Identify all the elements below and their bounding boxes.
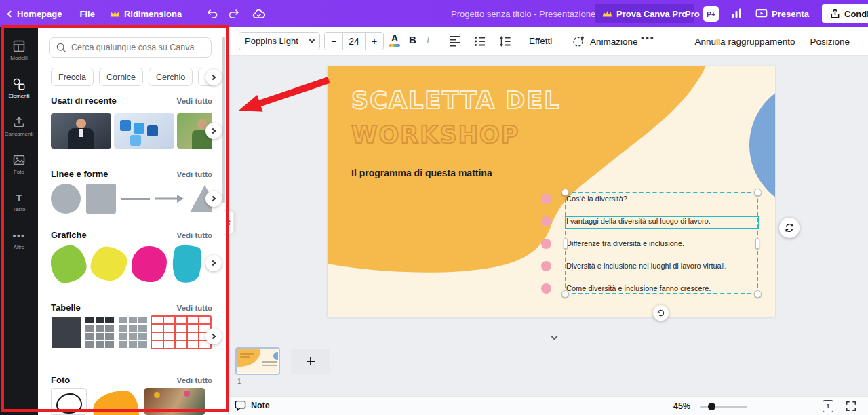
save-status-button[interactable] <box>252 8 266 20</box>
panel-scrollbar[interactable] <box>222 37 225 203</box>
list-item[interactable]: Cos’è la diversità? <box>541 192 627 205</box>
section-recent-header: Usati di recente Vedi tutto <box>51 96 212 106</box>
photos-row <box>51 388 212 415</box>
sidebar-item-altro[interactable]: ••• Altro <box>0 221 38 259</box>
notes-label: Note <box>251 401 270 410</box>
see-all-link[interactable]: Vedi tutto <box>177 231 212 239</box>
table-gray[interactable] <box>117 315 149 349</box>
spacing-button[interactable] <box>498 35 512 48</box>
team-avatar-badge[interactable]: P+ <box>703 6 719 22</box>
recent-thumb-businessman[interactable] <box>51 113 111 149</box>
list-item[interactable]: I vantaggi della diversità sul luogo di … <box>541 214 711 228</box>
graphics-next-button[interactable] <box>205 255 222 271</box>
pro-label[interactable]: Pro <box>685 9 700 19</box>
position-button[interactable]: Posizione <box>810 37 850 47</box>
chip-freccia[interactable]: Freccia <box>51 68 94 86</box>
rotate-handle[interactable] <box>653 305 669 321</box>
list-button[interactable] <box>473 35 487 48</box>
page-count-icon[interactable]: 1 <box>823 400 833 412</box>
undo-button[interactable] <box>206 7 218 20</box>
editor-toolbar: Poppins Light − 24 + A B I Effetti <box>229 27 868 56</box>
bullet-dot <box>541 283 551 294</box>
sidebar-item-elementi[interactable]: Elementi <box>0 69 38 107</box>
cycle-icon <box>784 222 795 233</box>
elements-icon <box>12 77 26 91</box>
add-page-button[interactable] <box>291 349 330 374</box>
search-input[interactable] <box>71 43 205 52</box>
sidebar-item-testo[interactable]: T Testo <box>0 183 38 221</box>
list-item-text: I vantaggi della diversità sul luogo di … <box>566 217 711 225</box>
table-dark[interactable] <box>51 315 82 349</box>
sidebar-item-foto[interactable]: Foto <box>0 145 38 183</box>
sidebar-item-caricamenti[interactable]: Caricamenti <box>0 107 38 145</box>
chip-cerchio[interactable]: Cerchio <box>149 68 193 86</box>
cycle-elements-button[interactable] <box>779 218 800 238</box>
share-button[interactable]: Condividi <box>822 4 868 23</box>
decor <box>262 361 277 363</box>
shape-circle[interactable] <box>51 184 81 214</box>
zoom-slider-knob[interactable] <box>708 403 715 410</box>
ungroup-button[interactable]: Annulla raggruppamento <box>695 37 795 47</box>
list-item[interactable]: Diversità e inclusione nei luoghi di lav… <box>541 259 727 273</box>
text-color-button[interactable]: A <box>389 33 400 47</box>
shapes-next-button[interactable] <box>205 191 222 207</box>
font-size-stepper: − 24 + <box>324 32 384 50</box>
notes-button[interactable]: Note <box>235 400 270 411</box>
section-title: Usati di recente <box>51 96 117 106</box>
shape-square[interactable] <box>86 184 116 214</box>
shape-line[interactable] <box>121 198 150 200</box>
recent-next-button[interactable] <box>205 123 222 139</box>
chevron-right-icon <box>210 196 216 201</box>
insights-button[interactable] <box>730 7 743 19</box>
font-size-value[interactable]: 24 <box>342 33 366 50</box>
graphic-yellow-blob[interactable] <box>90 245 129 282</box>
tables-next-button[interactable] <box>205 328 222 344</box>
photo-outline-sticker[interactable] <box>51 388 87 415</box>
table-header-dark[interactable] <box>84 315 115 349</box>
present-button[interactable]: Presenta <box>755 9 809 19</box>
increase-font-button[interactable]: + <box>366 33 383 50</box>
redo-button[interactable] <box>228 7 240 20</box>
graphic-pink-blob[interactable] <box>132 246 167 282</box>
chips-next-button[interactable] <box>205 69 222 85</box>
page-thumbnail-1[interactable] <box>235 347 280 375</box>
panel-collapse-button[interactable] <box>224 210 234 235</box>
file-menu-button[interactable]: File <box>79 9 94 19</box>
file-label: File <box>79 9 94 19</box>
redo-icon <box>228 7 240 20</box>
homepage-button[interactable]: Homepage <box>8 9 62 19</box>
photo-people[interactable] <box>144 388 205 415</box>
bold-button[interactable]: B <box>409 34 416 45</box>
sidebar-item-modelli[interactable]: Modelli <box>0 31 38 69</box>
decrease-font-button[interactable]: − <box>325 33 342 50</box>
see-all-link[interactable]: Vedi tutto <box>177 304 212 312</box>
italic-letter: I <box>427 34 429 45</box>
project-title[interactable]: Progetto senza titolo - Presentazione <box>451 9 595 19</box>
hide-panel-chevron[interactable] <box>547 332 561 343</box>
chip-cornice[interactable]: Cornice <box>99 68 143 86</box>
graphic-green-blob[interactable] <box>51 243 89 285</box>
align-button[interactable] <box>448 35 462 48</box>
font-family-select[interactable]: Poppins Light <box>239 32 320 50</box>
list-item[interactable]: Come diversità e inclusione fanno cresce… <box>541 281 711 295</box>
list-item[interactable]: Differenze tra diversità e inclusione. <box>541 237 684 250</box>
zoom-slider-track[interactable] <box>700 406 747 408</box>
undo-icon <box>206 7 218 20</box>
toolbar-more-button[interactable]: ••• <box>641 33 655 43</box>
see-all-link[interactable]: Vedi tutto <box>177 97 212 105</box>
fullscreen-button[interactable] <box>845 400 857 412</box>
see-all-link[interactable]: Vedi tutto <box>177 376 212 384</box>
slide-subtitle[interactable]: Il programma di questa mattina <box>351 167 492 178</box>
animate-button[interactable]: Animazione <box>572 35 638 48</box>
recent-thumb-keyboard[interactable] <box>114 113 174 149</box>
effects-button[interactable]: Effetti <box>529 36 552 46</box>
italic-button[interactable]: I <box>427 34 429 45</box>
resize-button[interactable]: Ridimensiona <box>110 9 182 19</box>
graphic-teal-shape[interactable] <box>167 243 205 285</box>
see-all-link[interactable]: Vedi tutto <box>177 170 212 178</box>
photo-orange-shape[interactable] <box>89 388 142 415</box>
try-pro-button[interactable]: Prova Canva Pro <box>595 4 694 23</box>
slide-title[interactable]: SCALETTA DEL WORKSHOP <box>351 83 561 153</box>
shape-arrow[interactable] <box>155 194 184 203</box>
table-red-grid[interactable] <box>151 315 212 349</box>
